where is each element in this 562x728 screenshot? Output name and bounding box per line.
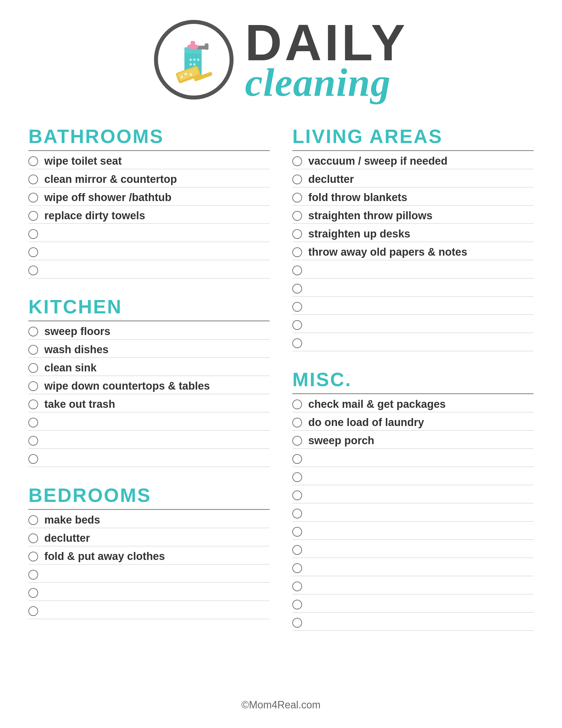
checkbox-circle[interactable] — [28, 454, 38, 464]
checkbox-circle[interactable] — [28, 175, 38, 184]
checkbox-circle[interactable] — [28, 570, 38, 580]
checkbox-circle[interactable] — [28, 266, 38, 275]
list-item — [292, 613, 534, 631]
checkbox-circle[interactable] — [292, 618, 302, 628]
kitchen-list: sweep floors wash dishes clean sink wipe… — [28, 321, 270, 467]
list-item: fold throw blankets — [292, 187, 534, 206]
checkbox-circle[interactable] — [292, 302, 302, 312]
item-text: straighten throw pillows — [308, 210, 432, 222]
section-living-areas: LIVING AREAS vaccuum / sweep if needed d… — [292, 125, 534, 351]
item-text: sweep floors — [44, 325, 110, 338]
checkbox-circle[interactable] — [28, 436, 38, 446]
checkbox-circle[interactable] — [292, 418, 302, 427]
checkbox-circle[interactable] — [28, 363, 38, 373]
item-text: fold & put away clothes — [44, 550, 165, 562]
checkbox-circle[interactable] — [28, 327, 38, 336]
checkbox-circle[interactable] — [292, 266, 302, 275]
checkbox-circle[interactable] — [292, 284, 302, 293]
checkbox-circle[interactable] — [28, 211, 38, 221]
checkbox-circle[interactable] — [28, 588, 38, 598]
title-cleaning: cleaning — [245, 63, 408, 102]
checkbox-circle[interactable] — [28, 418, 38, 427]
item-text: check mail & get packages — [308, 398, 446, 410]
svg-rect-3 — [205, 44, 209, 50]
checkbox-circle[interactable] — [292, 211, 302, 221]
list-item: straighten throw pillows — [292, 206, 534, 224]
item-text: clean mirror & countertop — [44, 173, 177, 185]
section-kitchen: KITCHEN sweep floors wash dishes clean s… — [28, 295, 270, 467]
checkbox-circle[interactable] — [292, 563, 302, 573]
living-areas-list: vaccuum / sweep if needed declutter fold… — [292, 151, 534, 351]
item-text: wipe down countertops & tables — [44, 380, 210, 392]
checkbox-circle[interactable] — [292, 582, 302, 591]
list-item — [28, 242, 270, 260]
checkbox-circle[interactable] — [28, 381, 38, 391]
list-item — [292, 333, 534, 351]
list-item — [292, 503, 534, 522]
list-item: wipe down countertops & tables — [28, 376, 270, 394]
checkbox-circle[interactable] — [292, 491, 302, 500]
header: DAILY cleaning — [28, 17, 534, 102]
checkbox-circle[interactable] — [292, 247, 302, 257]
checkbox-circle[interactable] — [28, 606, 38, 616]
list-item — [292, 467, 534, 485]
list-item — [292, 278, 534, 297]
list-item: do one load of laundry — [292, 412, 534, 431]
checkbox-circle[interactable] — [28, 229, 38, 239]
checkbox-circle[interactable] — [292, 472, 302, 482]
checkbox-circle[interactable] — [292, 454, 302, 464]
list-item — [292, 540, 534, 558]
footer: ©Mom4Real.com — [28, 688, 534, 711]
checkbox-circle[interactable] — [28, 156, 38, 166]
checkbox-circle[interactable] — [292, 545, 302, 555]
list-item — [292, 297, 534, 315]
item-text: make beds — [44, 514, 100, 526]
checkbox-circle[interactable] — [292, 156, 302, 166]
section-bathrooms: BATHROOMS wipe toilet seat clean mirror … — [28, 125, 270, 278]
misc-title: MISC. — [292, 368, 534, 390]
list-item — [28, 431, 270, 449]
svg-point-7 — [193, 59, 196, 61]
checkbox-circle[interactable] — [292, 600, 302, 609]
section-misc: MISC. check mail & get packages do one l… — [292, 368, 534, 631]
checkbox-circle[interactable] — [292, 229, 302, 239]
checkbox-circle[interactable] — [28, 345, 38, 355]
list-item — [28, 412, 270, 431]
checkbox-circle[interactable] — [292, 338, 302, 348]
checkbox-circle[interactable] — [28, 552, 38, 561]
bathrooms-title: BATHROOMS — [28, 125, 270, 147]
left-column: BATHROOMS wipe toilet seat clean mirror … — [28, 125, 270, 648]
item-text: wipe off shower /bathtub — [44, 191, 172, 204]
checkbox-circle[interactable] — [28, 400, 38, 409]
checkbox-circle[interactable] — [292, 320, 302, 330]
checkbox-circle[interactable] — [292, 509, 302, 518]
bedrooms-title: BEDROOMS — [28, 484, 270, 506]
checkbox-circle[interactable] — [292, 400, 302, 409]
item-text: declutter — [308, 173, 354, 185]
list-item: fold & put away clothes — [28, 546, 270, 564]
bathrooms-list: wipe toilet seat clean mirror & countert… — [28, 151, 270, 278]
checkbox-circle[interactable] — [292, 527, 302, 537]
checkbox-circle[interactable] — [28, 193, 38, 202]
item-text: take out trash — [44, 398, 115, 410]
checkbox-circle[interactable] — [292, 175, 302, 184]
svg-point-9 — [190, 63, 192, 66]
list-item: check mail & get packages — [292, 394, 534, 412]
list-item — [28, 449, 270, 467]
list-item: sweep porch — [292, 431, 534, 449]
checkbox-circle[interactable] — [28, 247, 38, 257]
logo-icon — [163, 28, 225, 91]
main-content: BATHROOMS wipe toilet seat clean mirror … — [28, 125, 534, 648]
list-item: vaccuum / sweep if needed — [292, 151, 534, 169]
checkbox-circle[interactable] — [28, 515, 38, 525]
svg-point-6 — [190, 59, 192, 61]
item-text: vaccuum / sweep if needed — [308, 155, 447, 167]
living-areas-title: LIVING AREAS — [292, 125, 534, 147]
svg-rect-5 — [191, 41, 195, 48]
checkbox-circle[interactable] — [292, 193, 302, 202]
item-text: do one load of laundry — [308, 416, 424, 429]
checkbox-circle[interactable] — [292, 436, 302, 446]
item-text: sweep porch — [308, 435, 374, 447]
checkbox-circle[interactable] — [28, 533, 38, 543]
list-item — [28, 224, 270, 242]
